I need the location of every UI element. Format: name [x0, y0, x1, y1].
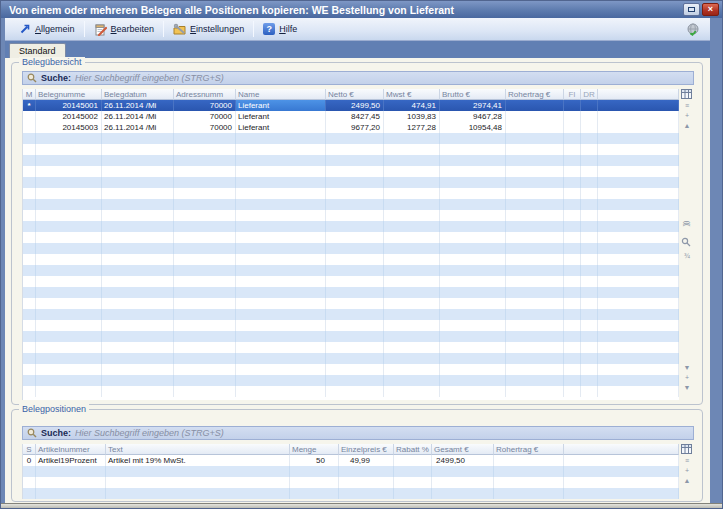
overview-search-input[interactable] [75, 73, 689, 83]
table-cell [564, 331, 581, 342]
table-cell [384, 386, 440, 397]
table-cell [326, 276, 384, 287]
table-cell [102, 342, 174, 353]
einstellungen-button[interactable]: Einstellungen [166, 21, 251, 38]
column-header[interactable]: Belegnumme [36, 89, 102, 100]
column-chooser-icon[interactable] [681, 89, 692, 101]
table-cell [598, 276, 679, 287]
zoom-icon[interactable] [681, 237, 691, 249]
column-header[interactable]: Rabatt % [394, 444, 432, 455]
restore-button[interactable] [683, 3, 700, 16]
allgemein-button[interactable]: Allgemein [11, 21, 82, 38]
add-row-icon[interactable]: + [682, 112, 692, 120]
column-header[interactable]: Name [236, 89, 326, 100]
add-row-bottom-icon[interactable]: + [682, 374, 692, 382]
table-row[interactable]: 2014500326.11.2014 /Mi70000Lieferant9677… [23, 122, 679, 133]
toolbar-separator [253, 21, 254, 37]
table-cell [440, 144, 506, 155]
table-row[interactable]: 2014500226.11.2014 /Mi70000Lieferant8427… [23, 111, 679, 122]
table-cell [506, 177, 564, 188]
column-header[interactable]: Rohertrag € [506, 89, 564, 100]
table-cell [174, 188, 236, 199]
table-cell [23, 320, 36, 331]
table-cell [598, 232, 679, 243]
table-cell [564, 144, 581, 155]
table-cell [102, 254, 174, 265]
table-cell [102, 221, 174, 232]
table-cell: 49,99 [339, 455, 394, 466]
table-row-empty [23, 265, 679, 276]
table-cell [236, 342, 326, 353]
scroll-top-icon[interactable]: ≡ [682, 457, 692, 465]
scroll-up-icon[interactable]: ▲ [682, 122, 692, 130]
overview-search-bar: Suche: [22, 71, 694, 85]
column-header[interactable]: Belegdatum [102, 89, 174, 100]
column-header[interactable]: S [23, 444, 36, 455]
hilfe-button[interactable]: ? Hilfe [256, 21, 304, 37]
globe-refresh-icon[interactable] [686, 22, 700, 40]
column-header[interactable]: Text [106, 444, 290, 455]
page-position-icon[interactable]: ¾ [682, 252, 692, 260]
column-header[interactable]: Artikelnummer [36, 444, 106, 455]
column-header[interactable]: Brutto € [440, 89, 506, 100]
table-cell [581, 210, 598, 221]
table-cell [581, 133, 598, 144]
table-cell [384, 298, 440, 309]
column-header[interactable]: Mwst € [384, 89, 440, 100]
column-header[interactable]: Menge [290, 444, 339, 455]
table-cell [102, 364, 174, 375]
column-header[interactable]: Netto € [326, 89, 384, 100]
table-cell [174, 320, 236, 331]
table-cell [506, 309, 564, 320]
tab-standard[interactable]: Standard [9, 43, 66, 58]
close-button[interactable]: × [702, 3, 719, 16]
column-header[interactable]: M [23, 89, 36, 100]
scroll-top-icon[interactable]: ≡ [682, 102, 692, 110]
column-header[interactable]: Adressnumm [174, 89, 236, 100]
table-cell [581, 276, 598, 287]
table-cell [236, 353, 326, 364]
table-cell [598, 166, 679, 177]
add-row-icon[interactable]: + [682, 467, 692, 475]
column-header[interactable]: Rohertrag € [494, 444, 564, 455]
table-cell [564, 254, 581, 265]
content-area: Belegübersicht Suche: MBelegnummeBelegda… [5, 58, 710, 504]
table-row[interactable]: *2014500126.11.2014 /Mi70000Lieferant249… [23, 100, 679, 111]
table-cell [598, 199, 679, 210]
table-row[interactable]: 0Artikel19ProzentArtikel mit 19% MwSt.50… [23, 455, 679, 466]
table-cell [326, 210, 384, 221]
table-cell [174, 265, 236, 276]
table-cell [236, 188, 326, 199]
table-cell [290, 488, 339, 499]
toolbar-separator [84, 21, 85, 37]
scroll-bottom-icon[interactable]: ▼ [682, 384, 692, 392]
table-cell [506, 265, 564, 276]
bearbeiten-button[interactable]: Bearbeiten [87, 21, 162, 38]
table-cell [581, 100, 598, 111]
table-cell [598, 353, 679, 364]
scroll-up-icon[interactable]: ▲ [682, 477, 692, 485]
table-cell [174, 133, 236, 144]
column-chooser-icon[interactable] [681, 444, 692, 456]
scroll-down-icon[interactable]: ▼ [682, 364, 692, 372]
table-cell [23, 287, 36, 298]
table-row-empty [23, 298, 679, 309]
table-cell [384, 243, 440, 254]
table-cell [236, 309, 326, 320]
table-cell: 20145002 [36, 111, 102, 122]
splitter-grip-icon[interactable]: ((( [683, 218, 691, 228]
table-cell [326, 254, 384, 265]
table-cell [236, 199, 326, 210]
column-header[interactable]: FI [564, 89, 581, 100]
column-header[interactable]: Gesamt € [432, 444, 494, 455]
column-header[interactable]: Einzelpreis € [339, 444, 394, 455]
table-header-row: MBelegnummeBelegdatumAdressnummNameNetto… [23, 89, 679, 100]
table-cell [506, 133, 564, 144]
table-cell [174, 166, 236, 177]
table-cell: 70000 [174, 122, 236, 133]
positions-search-input[interactable] [75, 428, 689, 438]
table-cell [174, 353, 236, 364]
table-cell [102, 298, 174, 309]
table-cell [23, 144, 36, 155]
column-header[interactable]: DR [581, 89, 598, 100]
